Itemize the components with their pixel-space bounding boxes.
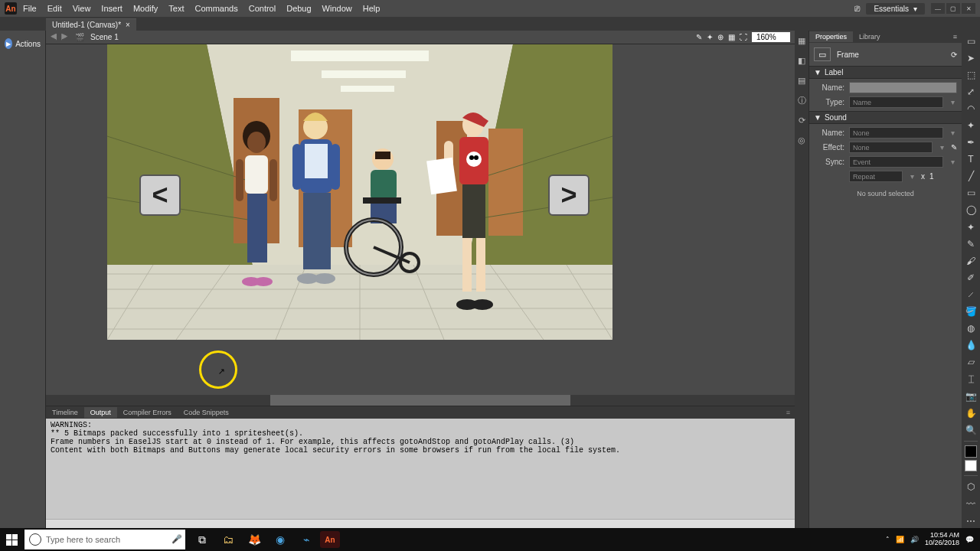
stage[interactable] — [107, 44, 612, 340]
width-tool-icon[interactable]: ⌶ — [963, 372, 978, 386]
center-stage-icon[interactable]: ⊕ — [717, 33, 724, 41]
pencil-tool-icon[interactable]: ✎ — [963, 236, 978, 251]
next-slide-button[interactable]: > — [548, 174, 590, 216]
rectangle-tool-icon[interactable]: ▭ — [963, 186, 978, 201]
window-maximize[interactable]: ▢ — [946, 3, 960, 14]
window-close[interactable]: ✕ — [962, 3, 975, 14]
bone-tool-icon[interactable]: ⟋ — [963, 287, 978, 302]
menu-commands[interactable]: Commands — [194, 4, 237, 13]
zoom-field[interactable]: 160% — [752, 32, 790, 42]
actions-panel-button[interactable]: ▶ Actions — [0, 35, 45, 52]
symbol-icon[interactable]: ✦ — [707, 33, 713, 41]
text-tool-icon[interactable]: T — [963, 152, 978, 167]
menu-text[interactable]: Text — [168, 4, 184, 13]
task-view-icon[interactable]: ⧉ — [190, 528, 214, 551]
scene-name[interactable]: Scene 1 — [90, 33, 119, 41]
horizontal-scrollbar[interactable] — [46, 395, 795, 406]
oval-tool-icon[interactable]: ◯ — [963, 203, 978, 217]
snap-icon[interactable]: ⬡ — [963, 480, 978, 494]
label-type-select[interactable]: Name — [849, 96, 943, 108]
pen-tool-icon[interactable]: ✒ — [963, 135, 978, 150]
menu-insert[interactable]: Insert — [101, 4, 122, 13]
canvas-area[interactable]: < > — [46, 44, 795, 395]
camera-tool-icon[interactable]: 📷 — [963, 389, 978, 403]
animate-icon[interactable]: An — [320, 531, 340, 548]
groove-icon[interactable]: ◉ — [268, 528, 292, 551]
fit-icon[interactable]: ⛶ — [740, 33, 747, 41]
tab-timeline[interactable]: Timeline — [46, 407, 84, 418]
paint-bucket-tool-icon[interactable]: 🪣 — [963, 305, 978, 319]
label-section-header[interactable]: ▼ Label — [809, 66, 962, 79]
panel-menu-icon[interactable]: ≡ — [947, 31, 962, 42]
volume-icon[interactable]: 🔊 — [910, 536, 919, 543]
menu-edit[interactable]: Edit — [47, 4, 62, 13]
eyedropper-tool-icon[interactable]: 💧 — [963, 338, 978, 353]
edit-effect-icon[interactable]: ✎ — [951, 143, 957, 152]
components-panel-icon[interactable]: ◎ — [796, 135, 807, 145]
lasso-tool-icon[interactable]: ◠ — [963, 101, 978, 116]
tab-library[interactable]: Library — [853, 31, 887, 42]
nav-back-icon[interactable]: ⯇ — [51, 33, 58, 41]
stroke-swatch[interactable] — [965, 445, 977, 457]
menu-control[interactable]: Control — [249, 4, 276, 13]
taskbar-search[interactable]: Type here to search 🎤 — [24, 530, 185, 549]
sound-section-header[interactable]: ▼ Sound — [809, 111, 962, 124]
prev-slide-button[interactable]: < — [139, 174, 181, 216]
menu-modify[interactable]: Modify — [133, 4, 158, 13]
sound-name-select[interactable]: None — [849, 127, 943, 139]
arrow-tool-icon[interactable]: ➤ — [963, 51, 978, 65]
fill-swatch[interactable] — [965, 460, 977, 471]
notifications-icon[interactable]: 💬 — [965, 536, 974, 543]
hand-tool-icon[interactable]: ✋ — [963, 406, 978, 420]
tab-compiler-errors[interactable]: Compiler Errors — [117, 407, 178, 418]
brush-tool-icon[interactable]: 🖌 — [963, 253, 978, 268]
help-icon[interactable]: ⟳ — [951, 51, 957, 59]
window-minimize[interactable]: — — [931, 3, 945, 14]
firefox-icon[interactable]: 🦊 — [242, 528, 266, 551]
scrollbar-thumb[interactable] — [270, 395, 570, 406]
sync-settings-icon[interactable]: ⎚ — [854, 3, 860, 14]
free-transform-tool-icon[interactable]: ⤢ — [963, 84, 978, 99]
paint-brush-tool-icon[interactable]: ✐ — [963, 270, 978, 285]
menu-window[interactable]: Window — [322, 4, 352, 13]
clip-icon[interactable]: ▦ — [728, 33, 735, 41]
eraser-tool-icon[interactable]: ▱ — [963, 355, 978, 370]
selection-tool-icon[interactable]: ▭ — [963, 34, 978, 48]
label-name-input[interactable] — [849, 82, 957, 93]
zoom-tool-icon[interactable]: 🔍 — [963, 422, 978, 437]
tray-up-icon[interactable]: ˄ — [886, 536, 890, 543]
subselect-tool-icon[interactable]: ⬚ — [963, 67, 978, 82]
tab-code-snippets[interactable]: Code Snippets — [178, 407, 235, 418]
output-text[interactable]: WARNINGS: ** 5 Bitmaps packed successful… — [46, 419, 795, 519]
tab-properties[interactable]: Properties — [809, 31, 853, 42]
menu-help[interactable]: Help — [363, 4, 381, 13]
ink-bottle-tool-icon[interactable]: ◍ — [963, 321, 978, 336]
info-panel-icon[interactable]: ⓘ — [796, 95, 807, 106]
workspace-switcher[interactable]: Essentials ▾ — [866, 3, 925, 15]
network-icon[interactable]: 📶 — [896, 536, 904, 543]
clock-date[interactable]: 10/26/2018 — [925, 540, 959, 547]
nav-fwd-icon[interactable]: ⯈ — [61, 33, 69, 41]
menu-debug[interactable]: Debug — [286, 4, 311, 13]
close-icon[interactable]: × — [126, 21, 130, 29]
align-panel-icon[interactable]: ▦ — [796, 35, 807, 46]
menu-view[interactable]: View — [73, 4, 91, 13]
swatches-panel-icon[interactable]: ▤ — [796, 75, 807, 86]
file-explorer-icon[interactable]: 🗂 — [216, 528, 240, 551]
panel-options-icon[interactable]: ≡ — [780, 407, 795, 418]
color-panel-icon[interactable]: ◧ — [796, 55, 807, 66]
output-scrollbar[interactable] — [46, 519, 795, 528]
transform-panel-icon[interactable]: ⟳ — [796, 115, 807, 126]
tab-output[interactable]: Output — [84, 407, 117, 418]
polystar-tool-icon[interactable]: ✦ — [963, 220, 978, 234]
smooth-icon[interactable]: 〰 — [963, 497, 978, 511]
edit-scene-icon[interactable]: ✎ — [696, 33, 702, 41]
start-button[interactable] — [0, 528, 23, 551]
options-icon[interactable]: ⋯ — [963, 514, 978, 528]
vscode-icon[interactable]: ⌁ — [294, 528, 318, 551]
document-tab[interactable]: Untitled-1 (Canvas)* × — [46, 18, 136, 31]
line-tool-icon[interactable]: ╱ — [963, 169, 978, 184]
menu-file[interactable]: File — [23, 4, 37, 13]
mic-icon[interactable]: 🎤 — [172, 534, 182, 544]
magic-wand-tool-icon[interactable]: ✦ — [963, 118, 978, 132]
